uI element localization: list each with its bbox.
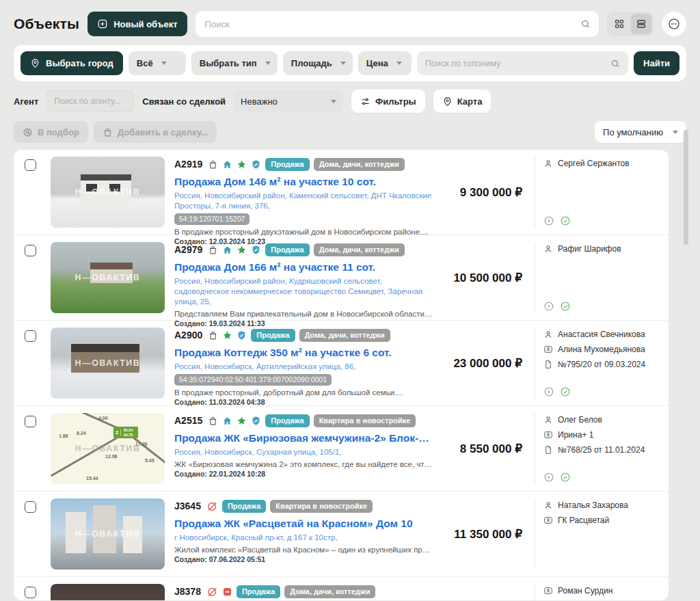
minus-badge-icon (222, 587, 232, 597)
listing-photo[interactable]: Н—ОВАКТИВ (51, 328, 165, 399)
listing-checkbox[interactable] (25, 245, 36, 256)
listing-description: В продаже просторный двухэтажный дом в Н… (174, 228, 433, 236)
grid-view-button[interactable] (609, 14, 630, 34)
check-circle-icon[interactable] (560, 472, 571, 483)
sliders-icon (360, 96, 371, 107)
agent-name: Роман Сурдин (558, 586, 612, 596)
bag-icon (208, 159, 218, 170)
bag-icon (208, 416, 218, 426)
new-object-button[interactable]: Новый объект (88, 12, 187, 36)
toponym-search-input[interactable] (417, 51, 628, 75)
category-badge: Квартира в новостройке (314, 414, 416, 427)
listing-description: Представляем Вам привлекательный дом в Н… (174, 310, 433, 318)
listing-created: Создано: 11.03.2024 04:38 (174, 398, 433, 406)
listing-photo[interactable]: Н—ОВАКТИВ (51, 584, 165, 600)
more-menu-button[interactable] (662, 12, 686, 36)
listing-row: Н—ОВАКТИВ J8378 Продажа Дома, дачи, котт… (14, 577, 669, 600)
play-circle-icon[interactable] (543, 215, 554, 226)
agent-name: Наталья Захарова (558, 500, 628, 510)
check-circle-icon[interactable] (560, 386, 571, 397)
listing-price: 9 300 000 ₽ (433, 157, 535, 228)
shield-check-icon (251, 416, 261, 426)
check-circle-icon[interactable] (560, 215, 571, 226)
listing-checkbox[interactable] (25, 501, 36, 513)
bag-icon (103, 127, 113, 137)
filter-price-dropdown[interactable]: Цена (358, 51, 412, 75)
listing-row: Н—ОВАКТИВ A2919 Продажа Дома, дачи, котт… (14, 150, 669, 235)
agent-search-input[interactable] (46, 90, 134, 112)
agent-name: Олег Белов (558, 415, 602, 425)
deal-link-label: Связан со сделкой (142, 96, 226, 107)
listing-id: A2515 (174, 415, 202, 426)
deal-type-badge: Продажа (265, 158, 309, 171)
listing-price: 8 550 000 ₽ (433, 413, 535, 484)
house-icon (222, 245, 232, 255)
check-circle-icon[interactable] (560, 301, 571, 312)
listing-agents: Сергей Сержантов (535, 157, 669, 228)
bag-icon (208, 245, 218, 255)
listing-checkbox[interactable] (25, 416, 36, 427)
scrollbar-thumb[interactable] (684, 130, 688, 245)
deal-type-badge: Продажа (251, 329, 295, 342)
listing-title-link[interactable]: Продажа ЖК «Бирюзовая жемчужина-2» Блок-… (174, 432, 433, 444)
search-icon (610, 59, 620, 68)
listing-price: 23 000 000 ₽ (433, 328, 535, 399)
deal-type-badge: Продажа (222, 500, 266, 513)
filter-all-dropdown[interactable]: Всё (129, 51, 186, 75)
filters-button[interactable]: Фильтры (351, 90, 425, 113)
listing-description: В продаже просторный, добротный дом для … (174, 388, 433, 397)
listing-id: A2900 (174, 330, 202, 340)
deal-type-badge: Продажа (265, 243, 309, 256)
agent-filter-row: Агент Связан со сделкой Неважно Фильтры … (14, 90, 686, 113)
listing-checkbox[interactable] (25, 159, 36, 171)
category-badge: Квартира в новостройке (270, 500, 373, 513)
agent-name: Алина Мухомедьянова (558, 345, 645, 354)
location-pin-icon (30, 58, 40, 68)
listing-id: J8378 (174, 586, 201, 597)
map-button[interactable]: Карта (433, 90, 492, 113)
person-icon (543, 415, 553, 425)
filter-area-dropdown[interactable]: Площадь (283, 51, 353, 75)
chevron-down-icon (340, 62, 346, 65)
listing-title-link[interactable]: Продажа Коттедж 350 м² на участке 6 сот. (174, 347, 433, 359)
listing-photo[interactable]: Н—ОВАКТИВ (51, 498, 165, 570)
listing-title-link[interactable]: Продажа ЖК «Расцветай на Красном» Дом 10 (174, 518, 433, 530)
chevron-down-icon (265, 62, 271, 65)
listing-created: Создано: 19.03.2024 11:33 (174, 319, 433, 328)
listing-title-link[interactable]: Продажа Дом 166 м² на участке 11 сот. (174, 261, 433, 273)
agent-label: Агент (14, 96, 38, 107)
house-icon (222, 416, 232, 426)
search-icon (580, 19, 591, 29)
listing-photo[interactable]: Н—ОВАКТИВ (51, 242, 165, 313)
agent-name: ГК Расцветай (558, 516, 609, 525)
play-circle-icon[interactable] (543, 386, 554, 397)
listing-floorplan[interactable]: 4.00 8.24 1.86 17.26 12.98 5.45 15.44 2 … (51, 413, 165, 484)
listing-checkbox[interactable] (25, 330, 36, 342)
filter-type-dropdown[interactable]: Выбрать тип (191, 51, 278, 75)
to-selection-button[interactable]: В подбор (14, 121, 88, 143)
listing-agents: Наталья Захарова ГК Расцветай (535, 498, 669, 570)
listing-address: Россия, Новосибирский район, Каменский с… (174, 191, 433, 211)
person-icon (543, 500, 553, 510)
star-icon (237, 245, 247, 255)
deal-type-badge: Продажа (265, 414, 309, 427)
add-to-deal-button[interactable]: Добавить в сделку... (94, 121, 217, 143)
select-city-button[interactable]: Выбрать город (21, 51, 123, 75)
agent-name: Сергей Сержантов (558, 159, 630, 168)
listing-title-link[interactable]: Продажа Дом 146 м² на участке 10 сот. (174, 176, 433, 188)
listing-checkbox[interactable] (25, 587, 36, 598)
listing-row: 4.00 8.24 1.86 17.26 12.98 5.45 15.44 2 … (14, 406, 669, 492)
filter-bar: Выбрать город Всё Выбрать тип Площадь Це… (14, 45, 686, 81)
location-pin-icon (442, 96, 453, 107)
search-input[interactable] (196, 11, 599, 37)
listing-photo[interactable]: Н—ОВАКТИВ (51, 157, 165, 228)
sort-select[interactable]: По умолчанию (595, 121, 686, 143)
play-circle-icon[interactable] (543, 472, 554, 483)
document-icon (543, 445, 553, 455)
find-button[interactable]: Найти (634, 51, 679, 75)
id-card-icon (543, 586, 553, 596)
list-view-button[interactable] (631, 14, 651, 34)
play-circle-icon[interactable] (543, 301, 554, 312)
agent-name: Ирина+ 1 (558, 430, 593, 440)
deal-link-select[interactable]: Неважно (234, 90, 343, 112)
